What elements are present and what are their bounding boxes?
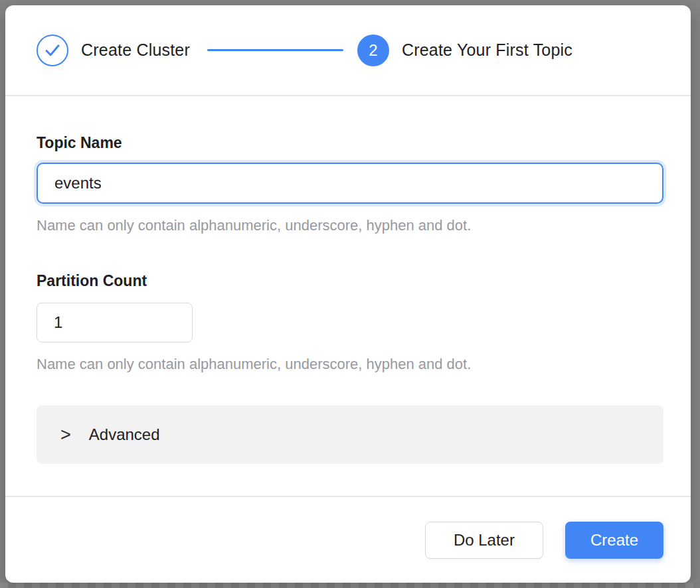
do-later-button[interactable]: Do Later: [425, 522, 543, 559]
chevron-right-icon: >: [60, 425, 71, 444]
create-button[interactable]: Create: [565, 522, 663, 559]
topic-name-label: Topic Name: [37, 133, 663, 152]
check-circle-icon: [37, 35, 68, 66]
topic-name-group: Topic Name Name can only contain alphanu…: [37, 133, 663, 235]
step-1-label: Create Cluster: [81, 40, 190, 60]
partition-count-label: Partition Count: [37, 271, 663, 290]
topic-name-helper: Name can only contain alphanumeric, unde…: [37, 216, 663, 235]
partition-count-group: Partition Count Name can only contain al…: [37, 271, 663, 374]
create-topic-modal: Create Cluster 2 Create Your First Topic…: [5, 5, 691, 583]
advanced-label: Advanced: [89, 425, 160, 444]
stepper-connector: [207, 49, 343, 51]
stepper-step-create-topic: 2 Create Your First Topic: [357, 35, 572, 66]
modal-footer: Do Later Create: [5, 497, 691, 583]
partition-count-input[interactable]: [37, 303, 193, 342]
stepper-header: Create Cluster 2 Create Your First Topic: [5, 5, 691, 95]
topic-name-input[interactable]: [37, 163, 663, 204]
partition-count-helper: Name can only contain alphanumeric, unde…: [37, 355, 663, 374]
step-2-badge: 2: [357, 35, 389, 66]
stepper-step-create-cluster: Create Cluster: [37, 35, 190, 66]
background-table-edge: [0, 583, 700, 588]
modal-body: Topic Name Name can only contain alphanu…: [5, 96, 691, 496]
step-2-label: Create Your First Topic: [402, 40, 572, 60]
advanced-toggle[interactable]: > Advanced: [37, 405, 663, 464]
